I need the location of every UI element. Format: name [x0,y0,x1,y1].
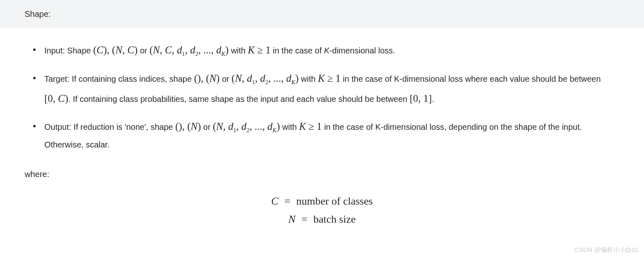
sub-1: 1 [233,127,236,134]
output-label: Output: [44,122,71,131]
sep: , [172,44,177,55]
eq-text-classes: number of classes [296,195,373,207]
math-N: N [190,121,197,132]
eq-var-C: C [271,195,278,207]
zero: 0 [413,93,418,104]
sub-1: 1 [182,51,185,57]
math-K: K [299,121,306,132]
sub-K: K [221,51,225,57]
text: or [220,74,231,83]
text: If containing class indices, shape [69,74,194,83]
one: 1 [423,93,429,104]
math-empty: () [175,121,182,132]
sep: , [122,44,128,55]
content-area: Input: Shape (C), (N, C) or (N, C, d1, d… [0,28,644,241]
sub-2: 2 [247,127,250,134]
sep: , [418,93,424,104]
math-C: C [96,44,103,55]
math-d: d [177,44,182,55]
equation-line-N: N = batch size [25,210,619,228]
sep: , ..., [268,73,286,84]
list-item-target: Target: If containing class indices, sha… [44,69,619,109]
zero: 0 [48,93,53,104]
geq: ≥ [306,121,316,132]
equation-block: C = number of classes N = batch size [25,192,619,228]
math-K: K [248,44,255,55]
eq-equals: = [281,195,294,207]
math-N: N [216,121,223,132]
math-empty: () [194,73,201,84]
math-d: d [241,121,247,132]
math-d: d [286,73,291,84]
text: in the case of K-dimensional loss where … [341,74,601,83]
text: . If containing class probabilities, sam… [68,94,410,104]
sep: , [223,121,228,132]
sep: , [185,44,190,55]
text: with [229,46,248,55]
text: with [280,122,299,131]
sub-2: 2 [265,79,268,85]
eq-var-N: N [288,213,295,225]
k-italic: K [324,46,329,55]
math-paren: ) [216,73,220,84]
sep: , [255,73,260,84]
text: -dimensional loss. [330,46,395,55]
math-paren: ) [295,73,298,84]
eq-text-batch: batch size [313,213,355,225]
math-d: d [260,73,266,84]
list-item-input: Input: Shape (C), (N, C) or (N, C, d1, d… [44,40,619,60]
sub-2: 2 [195,51,198,57]
math-N: N [115,44,122,55]
one: 1 [266,44,271,55]
sub-1: 1 [252,79,255,85]
sub-K: K [273,127,277,134]
sep: , [242,73,247,84]
text: with [299,74,318,83]
math-K: K [318,73,325,84]
text: in the case of [270,46,324,55]
sep: , [160,44,165,55]
shape-header-title: Shape: [25,7,619,21]
one: 1 [317,121,322,132]
math-paren: ) [225,44,229,55]
sep: , ..., [198,44,216,55]
list-item-output: Output: If reduction is 'none', shape ()… [44,117,619,153]
text: . [432,94,434,104]
math-paren: ( [206,73,209,84]
math-paren: ( [213,121,216,132]
text: Shape [65,46,93,55]
shape-header-bar: Shape: [0,0,644,28]
where-label: where: [25,168,619,181]
shape-list: Input: Shape (C), (N, C) or (N, C, d1, d… [25,40,619,153]
math-C: C [58,93,65,104]
math-N: N [235,73,242,84]
sub-K: K [291,79,296,85]
math-d: d [247,73,252,84]
math-d: d [216,44,222,55]
sep: , [107,44,112,55]
sep: , [236,121,242,132]
sep: , [53,93,58,104]
math-N: N [153,44,160,55]
math-d: d [268,121,273,132]
math-paren: ( [112,44,115,55]
text: If reduction is 'none', shape [71,122,175,131]
sep: , [182,121,188,132]
math-paren: ( [149,44,153,55]
math-d: d [190,44,195,55]
math-d: d [228,121,234,132]
math-N: N [209,73,216,84]
eq-equals: = [298,213,311,225]
text: or [201,122,213,131]
sep: , [201,73,206,84]
bracket: ] [429,93,432,104]
math-C: C [165,44,172,55]
text: or [138,46,149,55]
equation-line-C: C = number of classes [25,192,619,210]
one: 1 [335,73,341,84]
math-C: C [127,44,134,55]
math-paren: ) [277,121,280,132]
sep: , ..., [250,121,268,132]
input-label: Input: [44,46,65,55]
target-label: Target: [44,74,69,83]
